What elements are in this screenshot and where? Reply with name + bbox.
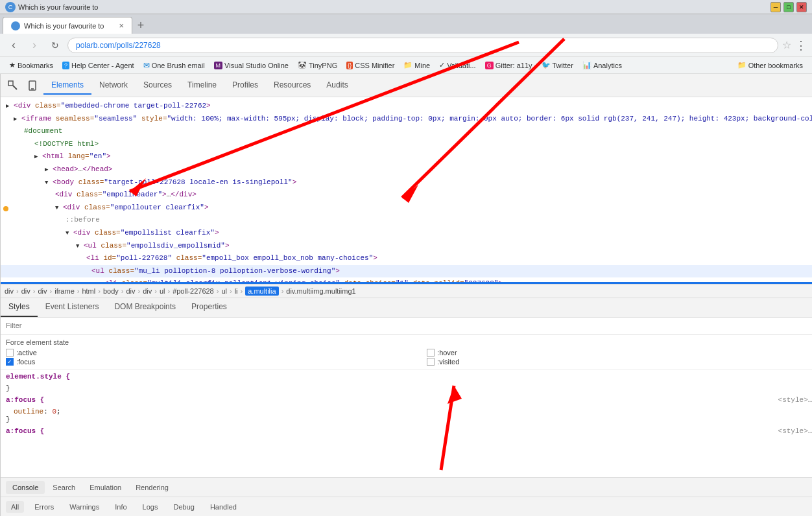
breadcrumb-ul[interactable]: ul	[160, 287, 165, 295]
bookmark-item-mine[interactable]: 📁 Mine	[400, 60, 434, 71]
html-line[interactable]: ▼ <div class="empollslist clearfix">	[1, 227, 812, 240]
html-line[interactable]: ▼ <ul class="empollsdiv_empollsmid">	[1, 240, 812, 253]
html-line[interactable]: ▼ <div class="empollouter clearfix">	[1, 202, 812, 215]
bookmark-item-twitter[interactable]: 🐦 Twitter	[538, 60, 577, 71]
state-active[interactable]: :active	[6, 349, 425, 357]
bookmark-item-bookmarks[interactable]: ★ Bookmarks	[5, 60, 57, 71]
tab-properties[interactable]: Properties	[184, 298, 235, 317]
vsonline-icon: M	[214, 62, 223, 69]
focus-checkbox[interactable]	[6, 358, 14, 366]
tab-elements[interactable]: Elements	[43, 76, 91, 95]
breadcrumb-div4[interactable]: div	[126, 287, 135, 295]
html-line[interactable]: <ul class="mu_li polloption-8 polloption…	[1, 265, 812, 278]
tab-audits[interactable]: Audits	[318, 76, 355, 95]
breadcrumb-body[interactable]: body	[103, 287, 119, 295]
html-line[interactable]: <div class="empollheader">…</div>	[1, 189, 812, 202]
breadcrumb-div2[interactable]: div	[21, 287, 30, 295]
state-hover[interactable]: :hover	[427, 349, 812, 357]
bookmark-star-icon[interactable]: ☆	[782, 39, 791, 51]
tab-network[interactable]: Network	[91, 76, 136, 95]
html-line[interactable]: ▶ <div class="embedded-chrome target-pol…	[1, 100, 812, 113]
html-line[interactable]: ▶ <li class="multili clearfix polloption…	[1, 277, 812, 283]
bookmark-icon: ★	[9, 61, 16, 69]
html-line[interactable]: ▶ <head>…</head>	[1, 163, 812, 176]
console-filter-debug[interactable]: Debug	[168, 501, 199, 513]
bookmark-item-analytics[interactable]: 📊 Analytics	[579, 60, 626, 71]
css-source-link2[interactable]: <style>…</style>	[778, 427, 812, 435]
bookmark-item-gitter[interactable]: G Gitter: a11y	[481, 60, 536, 71]
console-filter-all[interactable]: All	[6, 501, 24, 513]
breadcrumb-poll[interactable]: #poll-227628	[173, 287, 214, 295]
console-filter-handled[interactable]: Handled	[205, 501, 242, 513]
bookmark-item-vsonline[interactable]: M Visual Studio Online	[210, 60, 293, 71]
breadcrumb-html[interactable]: html	[82, 287, 95, 295]
url-bar[interactable]	[67, 38, 778, 53]
html-line[interactable]: <!DOCTYPE html>	[1, 138, 812, 151]
console-filter-errors[interactable]: Errors	[29, 501, 59, 513]
breadcrumb-div1[interactable]: div	[5, 287, 14, 295]
css-property-name: outline	[6, 408, 43, 416]
html-line[interactable]: #document	[1, 125, 812, 138]
breakpoint-indicator	[3, 206, 8, 211]
tab-sources[interactable]: Sources	[136, 76, 180, 95]
bookmark-label: CSS Minifier	[355, 62, 394, 69]
device-mode-button[interactable]	[24, 77, 41, 94]
bookmark-item-help[interactable]: ? Help Center - Agent	[58, 60, 138, 71]
active-checkbox[interactable]	[6, 349, 14, 357]
state-visited[interactable]: :visited	[427, 358, 812, 366]
bookmark-label: Gitter: a11y	[496, 62, 532, 69]
tab-styles[interactable]: Styles	[1, 298, 38, 317]
html-line[interactable]: ▼ <body class="target-poll-227628 locale…	[1, 176, 812, 189]
bottom-tab-search[interactable]: Search	[46, 481, 82, 494]
breadcrumb-ul2[interactable]: ul	[221, 287, 227, 295]
tab-timeline[interactable]: Timeline	[180, 76, 224, 95]
tab-dom-breakpoints[interactable]: DOM Breakpoints	[106, 298, 184, 317]
bookmark-label: Twitter	[553, 62, 573, 69]
close-button[interactable]: ✕	[796, 2, 807, 12]
bookmark-item-validation[interactable]: ✓ Validati...	[435, 60, 479, 71]
bookmark-label: Mine	[414, 62, 430, 69]
bookmark-item-onebrush[interactable]: ✉ One Brush email	[139, 60, 209, 71]
minimize-button[interactable]: ─	[770, 2, 781, 12]
tab-profiles[interactable]: Profiles	[224, 76, 266, 95]
bottom-tab-emulation[interactable]: Emulation	[83, 481, 128, 494]
html-line[interactable]: ▶ <html lang="en">	[1, 150, 812, 163]
breadcrumb-a-multilia[interactable]: a.multilia	[245, 287, 278, 296]
html-line[interactable]: ▶ <iframe seamless="seamless" style="wid…	[1, 113, 812, 126]
visited-checkbox[interactable]	[427, 358, 435, 366]
maximize-button[interactable]: □	[783, 2, 794, 12]
inspect-element-button[interactable]	[5, 77, 21, 94]
bookmark-item-cssminifier[interactable]: {} CSS Minifier	[342, 60, 398, 71]
filter-input[interactable]	[6, 322, 812, 329]
bookmark-item-other[interactable]: 📁 Other bookmarks	[734, 60, 807, 71]
bookmark-item-tinypng[interactable]: 🐼 TinyPNG	[294, 60, 341, 71]
navigation-bar: ‹ › ↻ ☆ ⋮	[0, 34, 812, 57]
new-tab-button[interactable]: +	[132, 17, 149, 34]
console-filter-logs[interactable]: Logs	[137, 501, 163, 513]
tab-resources[interactable]: Resources	[266, 76, 318, 95]
browser-tab[interactable]: Which is your favourite to ×	[3, 17, 132, 34]
browser-menu-icon[interactable]: ⋮	[795, 38, 807, 53]
forward-button[interactable]: ›	[26, 37, 43, 54]
css-source-link[interactable]: <style>…</style>	[778, 396, 812, 404]
console-filter-info[interactable]: Info	[110, 501, 132, 513]
email-icon: ✉	[143, 61, 150, 70]
html-line[interactable]: ::before	[1, 214, 812, 227]
breadcrumb-div-multiimg[interactable]: div.multiimg.multiimg1	[286, 287, 355, 295]
breadcrumb-div5[interactable]: div	[143, 287, 152, 295]
title-bar: C Which is your favourite to ─ □ ✕	[0, 0, 812, 14]
bottom-tab-rendering[interactable]: Rendering	[129, 481, 175, 494]
folder-icon: 📁	[403, 61, 412, 69]
breadcrumb-div3[interactable]: div	[38, 287, 47, 295]
html-line[interactable]: <li id="poll-227628" class="empoll_box e…	[1, 252, 812, 265]
breadcrumb-iframe[interactable]: iframe	[54, 287, 75, 295]
state-focus[interactable]: :focus	[6, 358, 425, 366]
tab-close-button[interactable]: ×	[119, 21, 124, 30]
breadcrumb-li[interactable]: li	[235, 287, 238, 295]
console-filter-warnings[interactable]: Warnings	[64, 501, 104, 513]
refresh-button[interactable]: ↻	[47, 37, 64, 54]
hover-checkbox[interactable]	[427, 349, 435, 357]
bottom-tab-console[interactable]: Console	[6, 481, 45, 494]
tab-event-listeners[interactable]: Event Listeners	[38, 298, 107, 317]
back-button[interactable]: ‹	[5, 37, 22, 54]
